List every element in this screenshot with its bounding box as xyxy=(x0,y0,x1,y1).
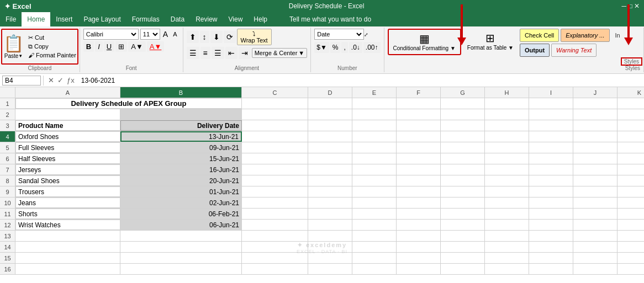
cell-f6[interactable] xyxy=(397,153,441,164)
cell-e3[interactable] xyxy=(352,120,397,131)
cell-i6[interactable] xyxy=(529,153,573,164)
cell-b14[interactable] xyxy=(120,242,242,252)
formula-input[interactable] xyxy=(79,76,642,85)
indent-increase-button[interactable]: ⇥ xyxy=(239,47,251,59)
middle-align-button[interactable]: ↕ xyxy=(200,31,209,43)
cell-a6[interactable]: Half Sleeves xyxy=(15,153,120,164)
cell-k6[interactable] xyxy=(617,153,644,164)
cell-k11[interactable] xyxy=(617,209,644,219)
cell-j13[interactable] xyxy=(573,231,617,241)
cell-e1[interactable] xyxy=(352,98,397,109)
cell-a16[interactable] xyxy=(15,264,120,274)
cut-button[interactable]: ✂ Cut xyxy=(27,34,77,42)
cell-e5[interactable] xyxy=(352,142,397,153)
cell-b3[interactable]: Delivery Date xyxy=(120,120,242,131)
cell-g5[interactable] xyxy=(441,142,485,153)
menu-insert[interactable]: Insert xyxy=(50,12,78,26)
cell-a3[interactable]: Product Name xyxy=(15,120,120,131)
cell-j5[interactable] xyxy=(573,142,617,153)
cell-f4[interactable] xyxy=(397,131,441,142)
cell-a12[interactable]: Wrist Watches xyxy=(15,220,120,230)
cell-a5[interactable]: Full Sleeves xyxy=(15,142,120,153)
cell-d2[interactable] xyxy=(308,109,352,120)
cell-k12[interactable] xyxy=(617,220,644,230)
cell-g3[interactable] xyxy=(441,120,485,131)
cell-j1[interactable] xyxy=(573,98,617,109)
in-button[interactable]: In xyxy=(611,29,624,42)
conditional-formatting-button[interactable]: ▦ Conditional Formatting ▼ xyxy=(388,29,461,55)
cell-i15[interactable] xyxy=(529,253,573,263)
cell-j3[interactable] xyxy=(573,120,617,131)
cell-b7[interactable]: 16-Jun-21 xyxy=(120,164,242,175)
top-align-button[interactable]: ⬆ xyxy=(187,31,199,43)
col-header-d[interactable]: D xyxy=(308,87,352,98)
cell-d1[interactable] xyxy=(308,98,352,109)
cell-j9[interactable] xyxy=(573,186,617,197)
cell-d9[interactable] xyxy=(308,186,352,197)
cell-e8[interactable] xyxy=(352,175,397,186)
cell-i1[interactable] xyxy=(529,98,573,109)
center-align-button[interactable]: ≡ xyxy=(200,47,210,59)
cell-h2[interactable] xyxy=(485,109,529,120)
confirm-formula-icon[interactable]: ✓ xyxy=(57,76,64,84)
cell-e10[interactable] xyxy=(352,197,397,208)
cell-g15[interactable] xyxy=(441,253,485,263)
cell-k2[interactable] xyxy=(617,109,644,120)
cell-d3[interactable] xyxy=(308,120,352,131)
cell-c3[interactable] xyxy=(242,120,308,131)
bold-button[interactable]: B xyxy=(83,41,94,52)
right-align-button[interactable]: ☰ xyxy=(212,47,224,59)
cell-h11[interactable] xyxy=(485,209,529,219)
cell-f15[interactable] xyxy=(397,253,441,263)
cell-b12[interactable]: 06-Jun-21 xyxy=(120,220,242,230)
decrease-font-size-button[interactable]: A xyxy=(171,30,179,38)
cell-reference-input[interactable] xyxy=(2,76,41,86)
cell-j14[interactable] xyxy=(573,242,617,252)
cell-d14[interactable] xyxy=(308,242,352,252)
cell-c4[interactable] xyxy=(242,131,308,142)
window-controls[interactable]: ─ □ ✕ xyxy=(622,2,640,10)
cell-a15[interactable] xyxy=(15,253,120,263)
cell-c2[interactable] xyxy=(242,109,308,120)
cell-g12[interactable] xyxy=(441,220,485,230)
decrease-decimal-button[interactable]: .0↓ xyxy=(349,42,362,53)
cell-i8[interactable] xyxy=(529,175,573,186)
cell-k3[interactable] xyxy=(617,120,644,131)
cell-h4[interactable] xyxy=(485,131,529,142)
cell-f7[interactable] xyxy=(397,164,441,175)
cell-j2[interactable] xyxy=(573,109,617,120)
cell-d5[interactable] xyxy=(308,142,352,153)
cell-d16[interactable] xyxy=(308,264,352,274)
col-header-g[interactable]: G xyxy=(441,87,485,98)
cell-e4[interactable] xyxy=(352,131,397,142)
cell-k5[interactable] xyxy=(617,142,644,153)
currency-button[interactable]: $▼ xyxy=(314,42,329,53)
cell-d11[interactable] xyxy=(308,209,352,219)
col-header-b[interactable]: B xyxy=(120,87,242,98)
paste-button[interactable]: 📋 Paste ▼ xyxy=(2,33,25,60)
cell-b8[interactable]: 20-Jun-21 xyxy=(120,175,242,186)
cell-j11[interactable] xyxy=(573,209,617,219)
copy-button[interactable]: ⧉ Copy xyxy=(27,42,77,51)
cell-d7[interactable] xyxy=(308,164,352,175)
menu-page-layout[interactable]: Page Layout xyxy=(78,12,126,26)
cell-k4[interactable] xyxy=(617,131,644,142)
cell-f3[interactable] xyxy=(397,120,441,131)
cell-f8[interactable] xyxy=(397,175,441,186)
cell-c7[interactable] xyxy=(242,164,308,175)
cell-d6[interactable] xyxy=(308,153,352,164)
cell-a7[interactable]: Jerseys xyxy=(15,164,120,175)
cell-c15[interactable] xyxy=(242,253,308,263)
cell-b4[interactable]: 13-Jun-21 xyxy=(120,131,242,142)
left-align-button[interactable]: ☰ xyxy=(187,47,199,59)
cell-i10[interactable] xyxy=(529,197,573,208)
cell-i3[interactable] xyxy=(529,120,573,131)
cell-f10[interactable] xyxy=(397,197,441,208)
cell-a13[interactable] xyxy=(15,231,120,241)
menu-formulas[interactable]: Formulas xyxy=(126,12,165,26)
cell-i4[interactable] xyxy=(529,131,573,142)
cell-i7[interactable] xyxy=(529,164,573,175)
col-header-k[interactable]: K xyxy=(617,87,644,98)
cell-a2[interactable] xyxy=(15,109,120,120)
cell-i14[interactable] xyxy=(529,242,573,252)
